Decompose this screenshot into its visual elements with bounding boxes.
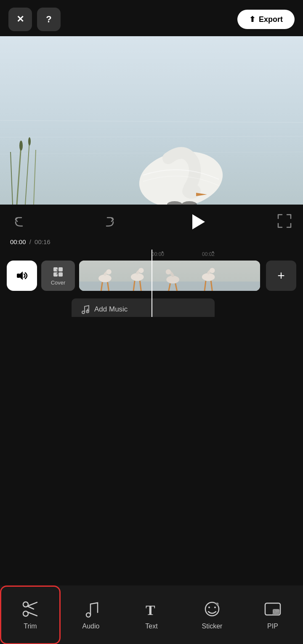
svg-line-44 [27,606,34,609]
controls-area [0,205,303,237]
tool-trim[interactable]: Trim [0,585,61,644]
current-time: 00:00 [10,238,26,245]
svg-point-22 [106,269,112,274]
svg-point-26 [138,268,144,273]
empty-space [0,317,303,585]
svg-rect-18 [58,272,63,277]
svg-rect-14 [17,274,20,278]
add-music-label: Add Music [94,305,128,314]
play-button[interactable] [186,210,209,233]
svg-rect-17 [53,272,58,277]
top-bar: ✕ ? ⬆ Export [0,0,303,36]
cover-label: Cover [51,279,66,286]
tool-sticker-label: Sticker [202,623,223,630]
tool-audio[interactable]: Audio [61,585,121,644]
video-strip[interactable] [79,261,260,291]
export-label: Export [259,15,283,24]
timeline-area[interactable]: 00:00 00:02 Cover [0,250,303,317]
ruler-dot-1 [162,251,163,253]
svg-point-53 [274,610,275,612]
bottom-toolbar: Trim Audio T Text Sticker [0,585,303,644]
timeline-header: 00:00 / 00:16 [0,237,303,250]
svg-rect-15 [53,267,58,271]
svg-point-11 [182,184,201,199]
fullscreen-button[interactable] [276,213,293,231]
svg-rect-16 [58,267,63,271]
tool-text[interactable]: T Text [121,585,182,644]
svg-point-50 [216,603,218,605]
time-display: 00:00 / 00:16 [10,238,50,245]
close-button[interactable]: ✕ [8,8,32,31]
help-button[interactable]: ? [37,8,61,31]
tool-sticker[interactable]: Sticker [182,585,242,644]
export-icon: ⬆ [249,15,255,24]
add-clip-button[interactable]: + [266,261,296,291]
svg-point-34 [210,268,215,273]
svg-line-42 [27,602,37,606]
export-button[interactable]: ⬆ Export [237,10,295,29]
tool-text-label: Text [145,623,157,630]
undo-button[interactable] [10,213,29,231]
playhead-line[interactable] [152,250,152,317]
cover-button[interactable]: Cover [41,261,75,291]
svg-line-43 [27,612,37,616]
svg-point-49 [214,607,216,608]
svg-point-30 [166,269,171,274]
svg-point-8 [19,141,23,151]
ruler-dot-2 [212,251,214,253]
redo-button[interactable] [100,213,119,231]
tool-pip[interactable]: PIP [242,585,303,644]
video-preview [0,36,303,205]
top-bar-left: ✕ ? [8,8,61,31]
svg-point-45 [86,613,90,617]
tool-trim-label: Trim [24,623,37,630]
svg-point-48 [208,607,210,608]
svg-point-9 [28,137,31,146]
add-music-button[interactable]: Add Music [72,298,215,317]
time-separator: / [29,238,31,245]
tool-audio-label: Audio [82,623,100,630]
volume-button[interactable] [7,261,37,291]
svg-text:T: T [146,602,155,618]
total-time: 00:16 [35,238,50,245]
tool-pip-label: PIP [267,623,278,630]
